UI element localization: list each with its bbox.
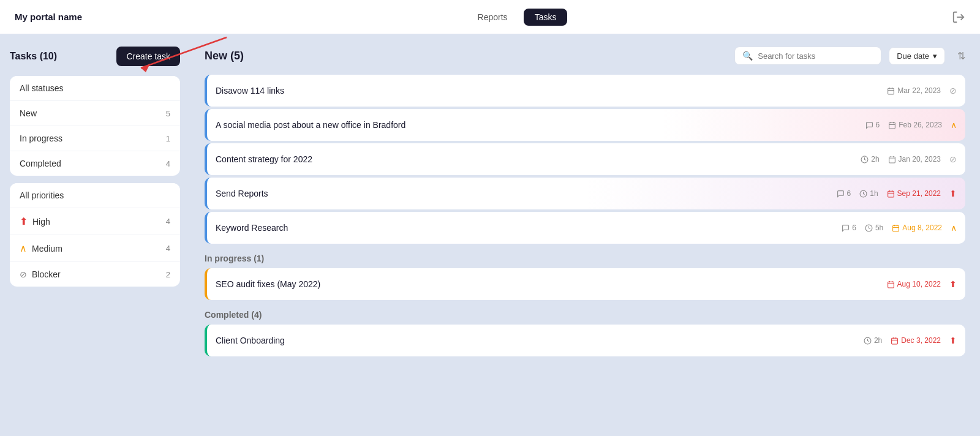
task-comments: 6	[865, 121, 880, 129]
sort-dropdown[interactable]: Due date ▾	[889, 47, 945, 65]
status-section: All statuses New 5 In progress 1 Complet…	[10, 76, 180, 176]
svg-rect-26	[888, 282, 894, 288]
task-date-overdue: Aug 10, 2022	[887, 280, 941, 288]
task-row[interactable]: Content strategy for 2022 2h Jan 20, 202…	[205, 143, 965, 175]
comment-icon	[842, 224, 850, 232]
svg-rect-7	[889, 122, 895, 129]
svg-rect-31	[892, 338, 898, 344]
sort-order-icon[interactable]: ⇅	[957, 50, 965, 62]
logout-icon[interactable]	[952, 10, 965, 24]
sidebar-item-medium[interactable]: ∧ Medium 4	[10, 235, 180, 262]
task-time: 2h	[861, 155, 879, 164]
calendar-icon	[892, 224, 900, 232]
sidebar-item-all-priorities[interactable]: All priorities	[10, 183, 180, 208]
priority-icon: ⬆︎	[949, 336, 957, 345]
task-comments: 6	[842, 224, 856, 232]
svg-rect-22	[893, 225, 899, 231]
task-time: 2h	[864, 336, 882, 345]
task-comments: 6	[837, 189, 851, 198]
priority-icon: ⬆︎	[949, 279, 957, 289]
sidebar-title: Tasks (10)	[10, 51, 57, 62]
search-input[interactable]	[758, 51, 873, 61]
calendar-icon	[888, 156, 896, 164]
task-row[interactable]: A social media post about a new office i…	[205, 109, 965, 141]
medium-priority-icon: ∧	[20, 242, 27, 254]
nav-center: Reports Tasks	[467, 9, 568, 26]
priority-icon: ⬆︎	[949, 189, 957, 198]
task-time: 5h	[865, 224, 883, 232]
content-area: New (5) 🔍 Due date ▾ ⇅ Disavow 114 links…	[190, 34, 980, 436]
clock-icon	[864, 337, 872, 345]
clock-icon	[865, 224, 873, 232]
sidebar-item-in-progress[interactable]: In progress 1	[10, 126, 180, 151]
high-priority-icon: ⬆︎	[20, 216, 28, 227]
sidebar-header: Tasks (10) Create task	[10, 47, 180, 66]
main-layout: Tasks (10) Create task All statuses New …	[0, 34, 980, 436]
task-row[interactable]: Disavow 114 links Mar 22, 2023 ⊘	[205, 75, 965, 107]
completed-section: Completed (4) Client Onboarding 2h Dec 3…	[205, 305, 965, 356]
svg-rect-17	[888, 191, 894, 197]
calendar-icon	[888, 121, 896, 129]
create-task-button[interactable]: Create task	[116, 47, 180, 66]
task-row[interactable]: Client Onboarding 2h Dec 3, 2022 ⬆︎	[205, 325, 965, 356]
sidebar-item-blocker[interactable]: ⊘ Blocker 2	[10, 262, 180, 287]
in-progress-title: In progress (1)	[205, 249, 965, 268]
sidebar-item-high[interactable]: ⬆︎ High 4	[10, 208, 180, 235]
calendar-icon	[887, 190, 895, 198]
sidebar-item-new[interactable]: New 5	[10, 101, 180, 126]
clock-icon	[859, 190, 867, 198]
content-header: New (5) 🔍 Due date ▾ ⇅	[205, 47, 965, 65]
sidebar-item-all-statuses[interactable]: All statuses	[10, 76, 180, 101]
in-progress-section: In progress (1) SEO audit fixes (May 202…	[205, 249, 965, 300]
task-date: Feb 26, 2023	[888, 121, 942, 129]
comment-icon	[837, 190, 845, 198]
task-date: Mar 22, 2023	[887, 86, 941, 95]
task-date: Jan 20, 2023	[888, 155, 941, 164]
nav-right	[952, 10, 965, 24]
sort-label: Due date	[897, 51, 929, 61]
completed-title: Completed (4)	[205, 305, 965, 325]
new-tasks-section: Disavow 114 links Mar 22, 2023 ⊘ A socia…	[205, 75, 965, 244]
clock-icon	[861, 156, 869, 164]
calendar-icon	[887, 280, 895, 288]
task-row[interactable]: Send Reports 6 1h Sep 21, 2022 ⬆︎	[205, 178, 965, 209]
section-new-title: New (5)	[205, 50, 244, 62]
search-icon: 🔍	[742, 51, 753, 61]
priority-icon: ∧	[951, 223, 957, 233]
task-row[interactable]: Keyword Research 6 5h Aug 8, 2022 ∧	[205, 212, 965, 244]
comment-icon	[865, 121, 873, 129]
task-date-overdue: Sep 21, 2022	[887, 189, 941, 198]
task-row[interactable]: SEO audit fixes (May 2022) Aug 10, 2022 …	[205, 268, 965, 300]
sidebar: Tasks (10) Create task All statuses New …	[0, 34, 190, 436]
priority-section: All priorities ⬆︎ High 4 ∧ Medium 4 ⊘	[10, 183, 180, 287]
svg-rect-12	[889, 157, 895, 163]
priority-icon: ∧	[951, 120, 957, 130]
top-nav: My portal name Reports Tasks	[0, 0, 980, 34]
nav-reports[interactable]: Reports	[467, 9, 519, 26]
task-time: 1h	[859, 189, 878, 198]
task-date-overdue: Dec 3, 2022	[891, 336, 941, 345]
calendar-icon	[887, 87, 895, 95]
portal-name: My portal name	[15, 12, 82, 22]
nav-tasks[interactable]: Tasks	[524, 9, 568, 26]
priority-icon: ⊘	[949, 86, 957, 96]
blocker-priority-icon: ⊘	[20, 269, 27, 279]
search-bar: 🔍	[734, 47, 881, 65]
priority-icon: ⊘	[949, 154, 957, 164]
svg-rect-3	[888, 88, 894, 94]
sidebar-item-completed[interactable]: Completed 4	[10, 151, 180, 176]
task-date-warning: Aug 8, 2022	[892, 224, 942, 232]
chevron-down-icon: ▾	[933, 51, 937, 61]
calendar-icon	[891, 337, 899, 345]
